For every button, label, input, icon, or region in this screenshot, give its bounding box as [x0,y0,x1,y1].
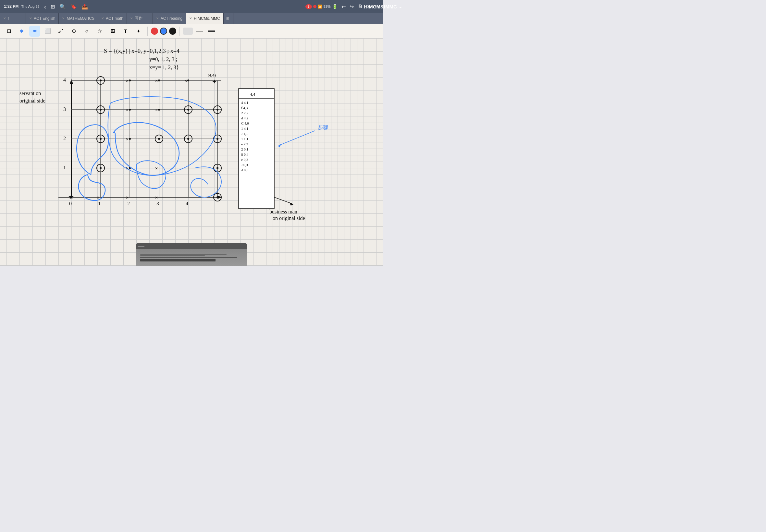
tab-close-icon[interactable]: ✕ [3,17,6,20]
svg-text:×: × [126,195,128,200]
svg-text:×: × [155,195,158,200]
toolbar: ⊡ ✱ ✒ ⬜ 🖊 ⊙ ○ ☆ 🖼 T ✦ [0,24,383,38]
svg-text:1  4,1: 1 4,1 [241,127,248,130]
svg-text:×: × [126,137,128,142]
thin-line-button[interactable] [183,28,193,35]
svg-text:3: 3 [63,106,66,112]
svg-line-87 [274,197,292,204]
star-tool-button[interactable]: ☆ [94,26,105,37]
undo-button[interactable]: ↩ [341,4,346,10]
svg-point-63 [216,167,218,169]
tab-mathematics[interactable]: ✕ MATHEMATICS [59,13,98,24]
canvas-area[interactable]: S = {(x,y) | x=0, y=0,1,2,3 ; x=4 y=0, 1… [0,38,383,266]
bluetooth-button[interactable]: ✱ [16,26,27,37]
layout-tool-button[interactable]: ⊡ [3,26,14,37]
svg-text:0: 0 [69,201,72,206]
svg-point-28 [100,79,102,81]
tab-unnamed[interactable]: ✕ ! [0,13,26,24]
tab-close-icon[interactable]: ✕ [156,17,159,20]
tab-close-icon[interactable]: ✕ [29,17,32,20]
svg-point-39 [129,109,131,111]
search-icon[interactable]: 🔍 [59,4,66,10]
pen-icon: ✒ [32,28,37,35]
svg-text:S = {(x,y) | x=0, y=0,1,2,3 ; : S = {(x,y) | x=0, y=0,1,2,3 ; x=4 [104,48,179,54]
svg-text:2: 2 [127,201,130,206]
battery-indicator: 🎙 📶 53% 🔋 [305,4,337,9]
tab-act-math[interactable]: ✕ ACT math [98,13,127,24]
svg-point-48 [100,138,102,140]
tab-label: MATHEMATICS [67,16,94,21]
svg-text:y=0, 1, 2, 3 ;: y=0, 1, 2, 3 ; [149,56,177,62]
svg-point-53 [187,138,189,140]
tab-himcm[interactable]: ✕ HIMCM&IMMC [186,13,224,24]
effect-tool-button[interactable]: ✦ [133,26,144,37]
svg-text:4,4: 4,4 [250,92,255,97]
grid-icon[interactable]: ⊞ [51,4,55,10]
tab-act-english[interactable]: ✕ ACT English [26,13,59,24]
tab-close-icon[interactable]: ✕ [130,17,133,20]
svg-text:1: 1 [63,165,66,170]
svg-text:J  1,1: J 1,1 [241,132,248,136]
tabbar: ✕ ! ✕ ACT English ✕ MATHEMATICS ✕ ACT ma… [0,13,383,24]
layout-icon: ⊡ [7,28,11,34]
redo-button[interactable]: ↪ [349,4,354,10]
tab-label: ACT math [106,16,123,21]
tab-act-reading[interactable]: ✕ ACT reading [153,13,186,24]
pen-tool-button[interactable]: ✒ [29,26,40,37]
text-tool-button[interactable]: T [120,26,131,37]
image-tool-button[interactable]: 🖼 [107,26,118,37]
tab-grid-view[interactable]: ⊞ [224,13,233,24]
eraser-icon: ⬜ [44,28,51,34]
thumbnail-content [136,249,247,266]
svg-text:d  4,2: d 4,2 [241,116,248,120]
svg-point-51 [158,138,160,140]
circle-tool-button[interactable]: ○ [81,26,92,37]
svg-point-58 [100,167,102,169]
svg-text:1: 1 [98,201,101,206]
svg-text:J  0,3: J 0,3 [241,163,248,167]
tab-close-icon[interactable]: ✕ [101,17,104,20]
svg-text:e  2,2: e 2,2 [241,142,248,146]
tab-label: ACT English [34,16,55,21]
svg-text:2  0,1: 2 0,1 [241,147,248,151]
tab-writing[interactable]: ✕ 写作 [127,13,153,24]
svg-text:1  1,1: 1 1,1 [241,137,248,141]
status-bar: 1:32 PM Thu Aug 26 [4,4,40,9]
svg-text:servant on: servant on [19,91,41,96]
black-color-button[interactable] [169,28,176,35]
bottom-thumbnail: ▬▬▬ [136,243,247,266]
thick-line-icon [208,30,215,32]
lasso-tool-button[interactable]: ⊙ [68,26,79,37]
svg-text:×: × [126,107,128,113]
tab-close-icon[interactable]: ✕ [189,17,192,20]
tab-label: HIMCM&IMMC [194,16,220,21]
thin-line-icon [184,31,191,31]
svg-text:3: 3 [156,201,159,206]
marker-icon: 🖊 [58,28,63,34]
marker-tool-button[interactable]: 🖊 [55,26,66,37]
titlebar: 1:32 PM Thu Aug 26 ‹ ⊞ 🔍 🔖 📤 HIMCM&IMMC … [0,0,383,13]
time-display: 1:32 PM [4,4,18,9]
svg-text:步骤: 步骤 [318,125,328,130]
blue-color-button[interactable] [160,28,167,35]
svg-text:4: 4 [186,201,188,206]
effect-icon: ✦ [137,29,140,34]
medium-line-icon [196,31,203,31]
tab-close-icon[interactable]: ✕ [62,17,65,20]
share-icon[interactable]: 📤 [81,4,88,10]
svg-point-33 [187,79,189,81]
svg-marker-93 [278,144,281,147]
medium-line-button[interactable] [195,28,204,35]
add-page-button[interactable]: 🗎 [358,4,363,9]
tab-label: ACT reading [161,16,182,21]
lasso-icon: ⊙ [72,28,76,34]
bookmark-icon[interactable]: 🔖 [70,4,77,10]
thick-line-button[interactable] [206,28,216,35]
svg-text:2  2,2: 2 2,2 [241,111,248,115]
eraser-tool-button[interactable]: ⬜ [42,26,53,37]
back-button[interactable]: ‹ [44,3,46,10]
svg-text:x=y= 1, 2, 3}: x=y= 1, 2, 3} [149,64,179,70]
main-content: S = {(x,y) | x=0, y=0,1,2,3 ; x=4 y=0, 1… [0,38,383,266]
handwriting-layer: S = {(x,y) | x=0, y=0,1,2,3 ; x=4 y=0, 1… [0,38,383,265]
red-color-button[interactable] [151,28,158,35]
